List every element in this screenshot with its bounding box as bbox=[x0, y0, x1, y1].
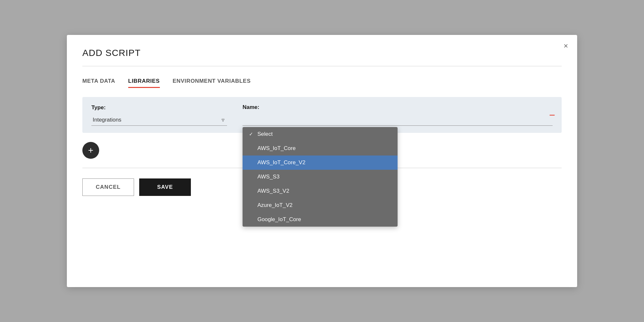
close-button[interactable]: × bbox=[564, 42, 568, 50]
name-input[interactable] bbox=[243, 114, 553, 126]
dropdown-option-label: Google_IoT_Core bbox=[257, 216, 301, 223]
type-select[interactable]: Integrations bbox=[91, 114, 227, 126]
cancel-button[interactable]: CANCEL bbox=[82, 178, 134, 196]
plus-icon: + bbox=[88, 145, 93, 156]
dropdown-option-azure-iot-v2[interactable]: Azure_IoT_V2 bbox=[243, 198, 398, 212]
modal-dialog: × ADD SCRIPT META DATA LIBRARIES ENVIRON… bbox=[67, 35, 577, 287]
title-divider bbox=[82, 66, 562, 66]
dropdown-option-label: AWS_S3 bbox=[257, 174, 279, 180]
save-button[interactable]: SAVE bbox=[139, 178, 191, 196]
remove-library-button[interactable]: − bbox=[549, 110, 555, 120]
no-check-icon bbox=[249, 146, 255, 151]
no-check-icon-6 bbox=[249, 217, 255, 222]
dropdown-option-label: Azure_IoT_V2 bbox=[257, 202, 293, 209]
dropdown-option-aws-iot-core-v2[interactable]: AWS_IoT_Core_V2 bbox=[243, 156, 398, 170]
dropdown-option-aws-s3-v2[interactable]: AWS_S3_V2 bbox=[243, 184, 398, 198]
name-field-group: Name: ✓ Select AWS_IoT_Core bbox=[243, 104, 553, 126]
dropdown-option-google-iot-core[interactable]: Google_IoT_Core bbox=[243, 212, 398, 227]
dropdown-option-aws-s3[interactable]: AWS_S3 bbox=[243, 170, 398, 184]
no-check-icon-2 bbox=[249, 160, 255, 166]
no-check-icon-4 bbox=[249, 188, 255, 194]
type-select-wrapper: Integrations ▿ bbox=[91, 114, 227, 126]
library-row: Type: Integrations ▿ Name: ✓ bbox=[82, 97, 562, 133]
name-label: Name: bbox=[243, 104, 553, 111]
tab-meta-data[interactable]: META DATA bbox=[82, 75, 115, 88]
dropdown-option-label: AWS_S3_V2 bbox=[257, 188, 289, 194]
dropdown-option-aws-iot-core[interactable]: AWS_IoT_Core bbox=[243, 141, 398, 156]
dropdown-option-label: AWS_IoT_Core_V2 bbox=[257, 159, 306, 166]
dropdown-option-label: AWS_IoT_Core bbox=[257, 145, 296, 152]
no-check-icon-5 bbox=[249, 203, 255, 208]
modal-overlay: × ADD SCRIPT META DATA LIBRARIES ENVIRON… bbox=[0, 0, 644, 322]
tab-env-vars[interactable]: ENVIRONMENT VARIABLES bbox=[173, 75, 251, 88]
modal-title: ADD SCRIPT bbox=[82, 48, 562, 58]
tab-bar: META DATA LIBRARIES ENVIRONMENT VARIABLE… bbox=[82, 75, 562, 88]
add-library-button[interactable]: + bbox=[82, 142, 99, 159]
dropdown-option-label: Select bbox=[257, 131, 273, 137]
name-input-wrapper: ✓ Select AWS_IoT_Core AWS_IoT_Core_V2 bbox=[243, 114, 553, 126]
no-check-icon-3 bbox=[249, 174, 255, 180]
name-dropdown: ✓ Select AWS_IoT_Core AWS_IoT_Core_V2 bbox=[243, 127, 398, 227]
check-icon: ✓ bbox=[249, 131, 255, 137]
dropdown-option-select[interactable]: ✓ Select bbox=[243, 127, 398, 141]
tab-libraries[interactable]: LIBRARIES bbox=[128, 75, 160, 88]
type-label: Type: bbox=[91, 104, 227, 111]
type-field-group: Type: Integrations ▿ bbox=[91, 104, 227, 126]
